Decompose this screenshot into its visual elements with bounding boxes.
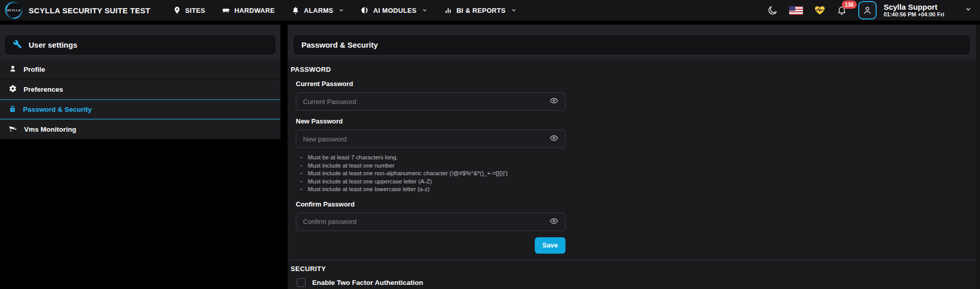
password-requirement: Must include at least one number [300,162,565,170]
nav-item-alarms[interactable]: ALARMS [291,6,344,15]
current-password-field-wrap [296,92,565,111]
user-avatar-icon[interactable] [858,1,877,19]
user-settings-sidebar: User settings Profile Preferences Pas [0,25,280,139]
main-title-card: Password & Security [293,34,971,55]
bar-chart-icon [444,6,452,14]
sidebar-item-label: Password & Security [23,106,92,113]
toggle-password-visibility-button[interactable] [550,96,558,107]
sidebar-item-profile[interactable]: Profile [0,59,280,79]
person-icon [9,65,17,74]
sidebar-item-password-security[interactable]: Password & Security [0,99,280,119]
us-flag-icon[interactable] [789,6,803,15]
dark-mode-moon-icon[interactable] [767,5,778,16]
main-nav: SITES HARDWARE ALARMS AI MODULES [173,6,517,15]
gear-icon [9,85,17,94]
password-security-panel: Password & Security PASSWORD Current Pas… [288,25,980,289]
page-title: Password & Security [301,40,378,49]
bell-icon [291,6,300,15]
password-requirement: Must include at least one non-alphanumer… [300,170,565,178]
password-form: Current Password New Password [296,80,565,254]
lock-icon [9,105,16,114]
vertical-scrollbar[interactable] [976,25,980,289]
chevron-down-icon [511,7,517,13]
chevron-down-icon [422,7,428,13]
sidebar-item-label: Preferences [24,86,63,93]
sidebar-title: User settings [29,40,77,49]
notification-count-badge: 136 [842,1,857,9]
scylla-logo[interactable]: SCYLLA [5,2,23,19]
nav-item-label: SITES [185,7,205,14]
location-pin-icon [173,6,181,14]
nav-item-label: AI MODULES [373,7,417,14]
security-section-heading: SECURITY [290,265,980,273]
sidebar-item-label: Profile [24,66,45,73]
wrench-icon [13,39,22,50]
save-button[interactable]: Save [535,237,565,254]
new-password-field-wrap [296,130,565,148]
scylla-logo-text: SCYLLA [7,3,21,17]
current-password-input[interactable] [303,98,545,106]
nav-item-label: BI & REPORTS [456,7,506,14]
sidebar-item-label: Vms Monitoring [24,126,76,133]
new-password-label: New Password [296,117,565,125]
eye-icon [550,134,558,144]
sidebar-items: Profile Preferences Password & Security … [0,59,280,139]
user-menu[interactable]: Scylla Support 01:40:56 PM +04:00 Fri [884,3,944,18]
navbar-right: 136 Scylla Support 01:40:56 PM +04:00 Fr… [767,1,972,19]
sidebar-item-vms-monitoring[interactable]: Vms Monitoring [0,119,280,139]
hardware-device-icon [222,6,230,15]
new-password-input[interactable] [303,135,545,143]
password-section-heading: PASSWORD [290,66,980,73]
chevron-down-icon[interactable] [965,6,972,15]
user-name: Scylla Support [884,3,944,11]
main-header-strip: Password & Security [288,25,980,59]
nav-item-label: HARDWARE [234,7,275,14]
confirm-password-field-wrap [296,213,565,231]
nav-item-bi-reports[interactable]: BI & REPORTS [444,6,517,14]
toggle-password-visibility-button[interactable] [550,134,558,144]
nav-item-hardware[interactable]: HARDWARE [222,6,275,15]
two-factor-row: Enable Two Factor Authentication [297,278,980,287]
app-title: SCYLLA SECURITY SUITE TEST [29,6,150,15]
sidebar-item-preferences[interactable]: Preferences [0,79,280,99]
save-row: Save [296,237,565,254]
password-requirement: Must be at least 7 characters long. [300,154,565,162]
toggle-password-visibility-button[interactable] [550,217,558,227]
two-factor-label: Enable Two Factor Authentication [312,279,423,286]
chevron-down-icon [338,7,344,13]
ai-modules-icon [361,6,369,14]
notifications-bell-icon[interactable]: 136 [837,5,847,15]
password-requirements-list: Must be at least 7 characters long. Must… [296,154,565,194]
page-layout: User settings Profile Preferences Pas [0,20,980,289]
health-heart-icon[interactable] [814,5,825,16]
nav-item-sites[interactable]: SITES [173,6,205,14]
main-content: PASSWORD Current Password New Password [288,59,980,289]
password-requirement: Must include at least one uppercase lett… [300,178,565,186]
nav-item-ai-modules[interactable]: AI MODULES [361,6,428,14]
confirm-password-input[interactable] [303,218,545,225]
user-time: 01:40:56 PM +04:00 Fri [884,11,944,18]
top-navbar: SCYLLA SCYLLA SECURITY SUITE TEST SITES … [0,0,980,20]
eye-icon [550,96,558,107]
sidebar-header-strip: User settings [0,25,280,59]
section-divider [290,260,980,260]
eye-icon [550,217,558,227]
sidebar-title-card: User settings [4,34,276,55]
cctv-camera-icon [9,124,17,134]
password-requirement: Must include at least one lowercase lett… [300,185,565,194]
confirm-password-label: Confirm Password [296,200,565,208]
two-factor-checkbox[interactable] [297,278,306,287]
current-password-label: Current Password [296,80,565,88]
nav-item-label: ALARMS [304,7,333,14]
